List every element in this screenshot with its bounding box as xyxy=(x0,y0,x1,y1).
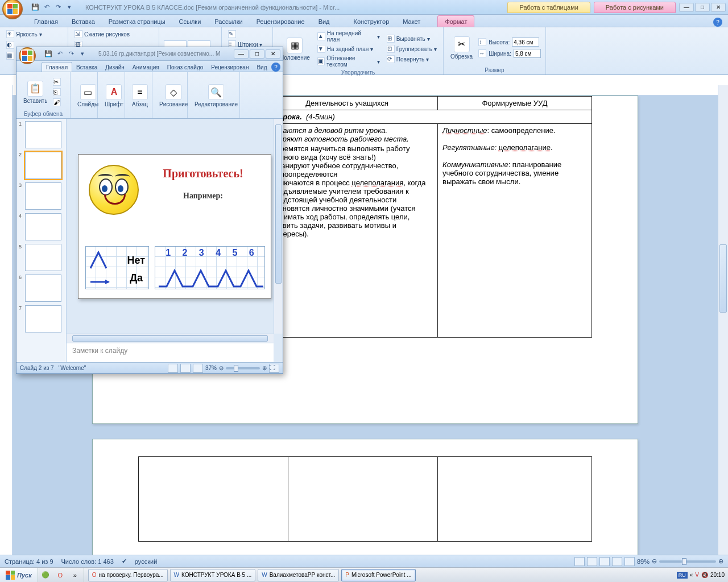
slide-thumbnail-5[interactable] xyxy=(25,244,61,271)
tab-review[interactable]: Рецензирование xyxy=(250,16,312,27)
tab-home[interactable]: Главная xyxy=(27,16,65,27)
tab-table-layout[interactable]: Макет xyxy=(396,16,427,27)
ppt-view-normal[interactable] xyxy=(168,364,178,373)
ppt-tab-view[interactable]: Вид xyxy=(253,63,271,72)
ppt-minimize-button[interactable]: — xyxy=(234,49,249,59)
zoom-level[interactable]: 89% xyxy=(637,558,650,565)
ppt-office-button[interactable] xyxy=(19,47,36,64)
start-button[interactable]: Пуск xyxy=(0,568,38,582)
slide-canvas[interactable]: Приготовьтесь! Например: Нет Да 123456 xyxy=(78,154,271,299)
save-icon[interactable]: 💾 xyxy=(31,3,40,12)
undo-icon[interactable]: ↶ xyxy=(42,3,51,12)
tab-picture-format[interactable]: Формат xyxy=(437,15,474,27)
slide-thumbnail-3[interactable] xyxy=(25,182,61,210)
ppt-status-slide[interactable]: Слайд 2 из 7 xyxy=(20,365,54,371)
tab-page-layout[interactable]: Разметка страницы xyxy=(102,16,172,27)
tab-insert[interactable]: Вставка xyxy=(65,16,102,27)
taskbar-item-word-2[interactable]: WВалиахметоваРР конст... xyxy=(258,569,339,581)
status-proofing-icon[interactable]: ✔ xyxy=(122,558,127,565)
slide-thumbnail-7[interactable] xyxy=(25,305,61,332)
taskbar-item-opera[interactable]: Oна проверку. Первоура... xyxy=(88,569,168,581)
ppt-tab-home[interactable]: Главная xyxy=(42,62,72,72)
ppt-paste-button[interactable]: 📋Вставить xyxy=(21,80,49,105)
contrast-button[interactable]: ◐ xyxy=(5,40,16,49)
redo-icon[interactable]: ↷ xyxy=(53,3,63,12)
group-button[interactable]: ⊡Группировать ▾ xyxy=(385,44,439,53)
tray-antivirus-icon[interactable]: V xyxy=(695,572,699,578)
ppt-zoom-level[interactable]: 37% xyxy=(205,365,217,371)
taskbar-item-powerpoint[interactable]: PMicrosoft PowerPoint ... xyxy=(341,569,415,581)
slide-thumbnail-1[interactable] xyxy=(25,121,61,148)
view-web-layout[interactable] xyxy=(599,557,610,566)
zoom-out-button[interactable]: ⊖ xyxy=(652,558,657,565)
ppt-editing-button[interactable]: 🔍Редактирование xyxy=(192,83,240,109)
slide-thumbnail-4[interactable] xyxy=(25,213,61,240)
view-print-layout[interactable] xyxy=(574,557,585,566)
taskbar-item-word-1[interactable]: WКОНСТРУКТ УРОКА В 5 ... xyxy=(170,569,256,581)
quicklaunch-icon[interactable]: » xyxy=(69,569,81,581)
picture-border-button[interactable]: ✎ xyxy=(226,30,238,39)
ppt-vertical-scrollbar[interactable] xyxy=(274,119,283,334)
ppt-horizontal-scrollbar[interactable] xyxy=(67,334,274,343)
ppt-zoom-slider[interactable] xyxy=(226,367,260,369)
qat-dropdown-icon[interactable]: ▾ xyxy=(65,3,74,12)
ppt-close-button[interactable]: ✕ xyxy=(266,49,280,59)
height-input[interactable] xyxy=(512,38,539,47)
send-back-button[interactable]: ▼На задний план ▾ xyxy=(316,44,382,53)
word-vertical-scrollbar[interactable] xyxy=(718,85,728,569)
ppt-drawing-button[interactable]: ◇Рисование xyxy=(157,83,190,109)
compress-pictures-button[interactable]: ⇲Сжатие рисунков xyxy=(73,30,131,39)
rotate-button[interactable]: ⟳Повернуть ▾ xyxy=(385,55,439,64)
ppt-maximize-button[interactable]: □ xyxy=(250,49,264,59)
ppt-tab-slideshow[interactable]: Показ слайдо xyxy=(163,63,208,72)
minimize-button[interactable]: — xyxy=(679,3,694,12)
status-word-count[interactable]: Число слов: 1 463 xyxy=(61,558,114,565)
zoom-in-button[interactable]: ⊕ xyxy=(718,558,723,565)
ppt-help-icon[interactable]: ? xyxy=(271,63,280,72)
text-wrap-button[interactable]: ▣Обтекание текстом ▾ xyxy=(316,55,382,68)
slide-thumbnail-6[interactable] xyxy=(25,275,61,302)
ppt-font-button[interactable]: AШрифт xyxy=(102,83,126,109)
status-page[interactable]: Страница: 4 из 9 xyxy=(5,558,53,565)
zoom-slider[interactable] xyxy=(659,560,716,563)
ppt-paragraph-button[interactable]: ≡Абзац xyxy=(130,83,150,109)
ppt-view-slideshow[interactable] xyxy=(193,364,203,373)
scroll-thumb[interactable] xyxy=(719,244,727,313)
tab-view[interactable]: Вид xyxy=(312,16,337,27)
tab-mailings[interactable]: Рассылки xyxy=(208,16,249,27)
ppt-tab-animations[interactable]: Анимация xyxy=(129,63,163,72)
close-button[interactable]: ✕ xyxy=(711,3,726,12)
view-outline[interactable] xyxy=(612,557,622,566)
chrome-icon[interactable]: 🟢 xyxy=(39,569,52,581)
format-painter-icon[interactable]: 🖌 xyxy=(53,98,61,106)
notes-pane[interactable]: Заметки к слайду xyxy=(67,343,274,362)
ppt-qat-dropdown-icon[interactable]: ▾ xyxy=(78,49,87,59)
tray-network-icon[interactable]: 🔇 xyxy=(701,572,708,578)
maximize-button[interactable]: □ xyxy=(695,3,710,12)
cut-icon[interactable]: ✂ xyxy=(53,78,61,86)
status-language[interactable]: русский xyxy=(135,558,157,565)
tab-references[interactable]: Ссылки xyxy=(172,16,208,27)
ppt-zoom-in[interactable]: ⊕ xyxy=(262,365,267,371)
ppt-slides-button[interactable]: ▭Слайды xyxy=(75,83,101,109)
view-full-screen[interactable] xyxy=(587,557,597,566)
slide-thumbnail-2[interactable] xyxy=(25,152,61,179)
help-icon[interactable]: ? xyxy=(713,18,722,27)
copy-icon[interactable]: ⎘ xyxy=(53,88,61,96)
language-indicator[interactable]: RU xyxy=(677,572,688,579)
bring-front-button[interactable]: ▲На передний план ▾ xyxy=(316,30,382,43)
ppt-tab-review[interactable]: Рецензирован xyxy=(207,63,253,72)
ppt-undo-icon[interactable]: ↶ xyxy=(55,49,64,59)
tray-expand-icon[interactable]: « xyxy=(690,572,693,578)
view-draft[interactable] xyxy=(624,557,635,566)
width-input[interactable] xyxy=(514,49,541,58)
tab-table-design[interactable]: Конструктор xyxy=(347,16,396,27)
crop-button[interactable]: ✂ Обрезка xyxy=(448,35,475,61)
ppt-redo-icon[interactable]: ↷ xyxy=(67,49,76,59)
office-button[interactable] xyxy=(2,0,23,19)
ppt-view-sorter[interactable] xyxy=(180,364,191,373)
align-button[interactable]: ⊞Выровнять ▾ xyxy=(385,34,439,43)
brightness-button[interactable]: ☀Яркость ▾ xyxy=(5,30,44,39)
ppt-status-theme[interactable]: "Welcome" xyxy=(59,365,86,371)
ppt-fit-window[interactable]: ⛶ xyxy=(269,364,279,373)
